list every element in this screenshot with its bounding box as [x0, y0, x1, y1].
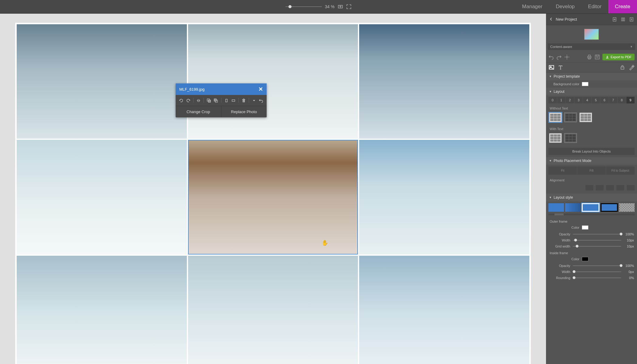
change-crop-button[interactable]: Change Crop — [176, 106, 221, 117]
placement-dropdown[interactable]: Content-aware ▼ — [548, 43, 635, 50]
frame-narrow-icon[interactable] — [224, 97, 229, 103]
color-label: Color — [549, 257, 579, 261]
layout-options-no-text — [546, 111, 637, 125]
align-2[interactable] — [596, 185, 604, 190]
settings-icon[interactable] — [564, 54, 570, 60]
count-4[interactable]: 4 — [583, 97, 592, 103]
layout-option-text-1[interactable] — [549, 133, 562, 143]
bring-forward-icon[interactable] — [206, 97, 211, 103]
layout-option-2[interactable] — [564, 113, 577, 122]
svg-rect-13 — [588, 55, 591, 56]
zoom-slider[interactable] — [285, 6, 322, 7]
inside-opacity-slider[interactable] — [573, 265, 621, 266]
svg-rect-9 — [623, 18, 625, 21]
count-8[interactable]: 8 — [618, 97, 626, 103]
photo-cell-4[interactable] — [17, 140, 187, 254]
inside-width-slider[interactable] — [573, 271, 621, 272]
outer-color-swatch[interactable] — [582, 225, 588, 230]
save-icon[interactable] — [595, 54, 600, 60]
section-layout-style[interactable]: ▼ Layout style — [546, 194, 637, 201]
mode-fill[interactable]: Fill — [577, 167, 606, 175]
photo-cell-2[interactable] — [188, 24, 358, 139]
align-3[interactable] — [606, 185, 614, 190]
photo-cell-6[interactable] — [359, 140, 529, 254]
layout-option-text-2[interactable] — [564, 133, 577, 143]
alignment-options — [548, 185, 635, 190]
photo-cell-9[interactable] — [359, 256, 529, 364]
tab-manager[interactable]: Manager — [515, 0, 549, 13]
photo-cell-8[interactable] — [188, 256, 358, 364]
count-1[interactable]: 1 — [557, 97, 566, 103]
lock-icon[interactable] — [619, 64, 625, 70]
layout-option-1[interactable] — [549, 113, 562, 122]
section-photo-placement[interactable]: ▼ Photo Placement Mode — [546, 157, 637, 165]
image-tool-icon[interactable] — [548, 64, 554, 70]
count-5[interactable]: 5 — [592, 97, 601, 103]
mode-fit-to-subject[interactable]: Fit to Subject — [606, 167, 635, 175]
layout-option-3[interactable] — [579, 113, 592, 122]
frame-wide-icon[interactable] — [231, 97, 236, 103]
count-3[interactable]: 3 — [575, 97, 583, 103]
tab-create[interactable]: Create — [608, 0, 637, 13]
zoom-slider-thumb[interactable] — [288, 5, 292, 8]
new-page-icon[interactable] — [612, 17, 617, 22]
tab-editor[interactable]: Editor — [581, 0, 608, 13]
style-3-selected[interactable] — [582, 203, 599, 212]
undo-icon[interactable] — [258, 97, 264, 103]
section-layout[interactable]: ▼ Layout — [546, 88, 637, 96]
outer-width-slider[interactable] — [573, 240, 621, 241]
replace-photo-button[interactable]: Replace Photo — [221, 106, 267, 117]
sidebar-header: New Project — [546, 14, 637, 25]
text-tool-icon[interactable] — [558, 64, 564, 70]
layout-options-with-text — [546, 132, 637, 146]
tab-develop[interactable]: Develop — [549, 0, 581, 13]
inside-color-swatch[interactable] — [582, 257, 588, 261]
photo-cell-1[interactable] — [17, 24, 187, 139]
photo-cell-7[interactable] — [17, 256, 187, 364]
style-2[interactable] — [565, 203, 581, 212]
close-icon[interactable]: ✕ — [258, 86, 263, 93]
send-backward-icon[interactable] — [213, 97, 218, 103]
rotate-left-icon[interactable] — [179, 97, 184, 103]
redo-icon[interactable] — [556, 54, 562, 60]
align-1[interactable] — [585, 185, 593, 190]
style-5[interactable] — [619, 203, 635, 212]
export-pdf-button[interactable]: Export to PDF — [602, 54, 635, 60]
break-layout-button[interactable]: Break Layout Into Objects — [548, 148, 635, 155]
photo-toolbar-icons — [176, 95, 267, 106]
outer-color-row: Color — [546, 224, 637, 231]
photo-cell-5-selected[interactable] — [188, 140, 358, 254]
grid-width-slider[interactable] — [573, 246, 621, 247]
page-thumbnail[interactable] — [584, 29, 599, 40]
count-7[interactable]: 7 — [609, 97, 618, 103]
style-scrollbar[interactable] — [548, 214, 635, 215]
photo-cell-3[interactable] — [359, 24, 529, 139]
flip-horizontal-icon[interactable] — [196, 97, 201, 103]
style-1[interactable] — [548, 203, 564, 212]
outer-opacity-slider[interactable] — [573, 234, 621, 234]
align-5[interactable] — [627, 185, 635, 190]
fit-to-screen-icon[interactable] — [338, 4, 343, 9]
count-0[interactable]: 0 — [548, 97, 557, 103]
duplicate-page-icon[interactable] — [621, 17, 625, 22]
back-icon[interactable] — [549, 17, 553, 22]
bg-color-swatch[interactable] — [582, 82, 588, 86]
style-4[interactable] — [601, 203, 618, 212]
canvas-area[interactable]: MLF_6199.jpg ✕ Change — [0, 14, 546, 364]
section-project-template[interactable]: ▼ Project template — [546, 72, 637, 80]
magic-wand-icon[interactable] — [629, 64, 635, 70]
photo-toolbar-header[interactable]: MLF_6199.jpg ✕ — [176, 83, 267, 95]
rotate-right-icon[interactable] — [186, 97, 191, 103]
rounding-slider[interactable] — [573, 278, 621, 278]
count-2[interactable]: 2 — [566, 97, 575, 103]
count-9[interactable]: 9 — [626, 97, 635, 103]
count-6[interactable]: 6 — [600, 97, 609, 103]
delete-page-icon[interactable] — [629, 17, 634, 22]
align-4[interactable] — [616, 185, 624, 190]
print-icon[interactable] — [587, 54, 592, 60]
fullscreen-icon[interactable] — [346, 4, 352, 9]
chevron-down-icon[interactable] — [251, 97, 257, 103]
delete-icon[interactable] — [241, 97, 246, 103]
mode-fit[interactable]: Fit — [548, 167, 577, 175]
undo-icon[interactable] — [548, 54, 554, 60]
